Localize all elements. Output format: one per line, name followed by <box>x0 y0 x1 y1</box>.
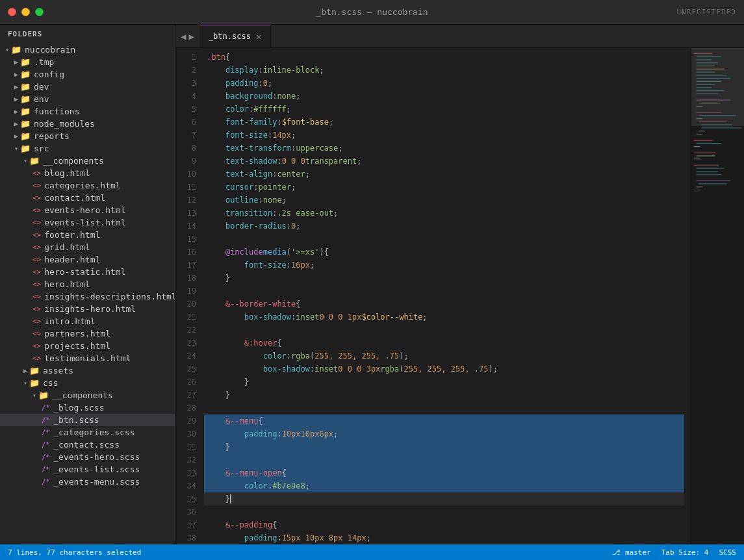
svg-rect-38 <box>694 190 700 190</box>
sidebar-item-hero-html[interactable]: <> hero.html <box>0 278 175 290</box>
sidebar-item-dev[interactable]: ▶ 📁 dev <box>0 81 175 93</box>
sidebar-item-events-list-scss[interactable]: /* _events-list.scss <box>0 463 175 476</box>
folder-icon: 📁 <box>20 94 31 104</box>
unregistered-label: UNREGISTERED <box>677 8 736 16</box>
folders-header: FOLDERS <box>0 25 175 44</box>
sidebar-item-node-modules[interactable]: ▶ 📁 node_modules <box>0 118 175 130</box>
sidebar-item-categories-html[interactable]: <> categories.html <box>0 179 175 192</box>
svg-rect-30 <box>694 159 700 159</box>
code-line: } <box>204 440 684 453</box>
svg-rect-26 <box>697 143 721 144</box>
svg-rect-21 <box>701 124 732 125</box>
maximize-button[interactable] <box>35 8 44 16</box>
sidebar-item-grid-html[interactable]: <> grid.html <box>0 241 175 253</box>
sidebar-item-btn-scss[interactable]: /* _btn.scss <box>0 414 175 426</box>
scss-file-icon: /* <box>42 477 50 486</box>
language-mode[interactable]: SCSS <box>719 548 737 557</box>
sidebar-item-events-hero-scss[interactable]: /* _events-hero.scss <box>0 451 175 463</box>
sidebar-item-events-list-html[interactable]: <> events-list.html <box>0 216 175 229</box>
sidebar-item-config[interactable]: ▶ 📁 config <box>0 68 175 81</box>
scss-file-icon: /* <box>42 416 50 424</box>
sidebar-label: reports <box>34 131 70 141</box>
code-line: } <box>204 492 684 505</box>
chevron-down-icon: ▾ <box>32 392 36 399</box>
folder-icon: 📁 <box>20 107 31 116</box>
chevron-down-icon: ▾ <box>5 46 9 53</box>
folder-open-icon: 📁 <box>29 156 40 166</box>
sidebar-item-footer-html[interactable]: <> footer.html <box>0 229 175 241</box>
svg-rect-35 <box>697 180 731 181</box>
svg-rect-29 <box>697 155 715 156</box>
sidebar-item-components[interactable]: ▾ 📁 __components <box>0 155 175 167</box>
sidebar-item-header-html[interactable]: <> header.html <box>0 253 175 266</box>
git-branch[interactable]: ⎇ master <box>612 548 650 557</box>
sidebar-item-css-components[interactable]: ▾ 📁 __components <box>0 389 175 401</box>
sidebar-label: projects.html <box>44 341 110 351</box>
sidebar-item-contact-scss[interactable]: /* _contact.scss <box>0 439 175 451</box>
svg-rect-3 <box>697 62 718 63</box>
tab-close-button[interactable]: ✕ <box>256 31 261 42</box>
sidebar-item-partners-html[interactable]: <> partners.html <box>0 327 175 340</box>
sidebar-item-insights-hero-html[interactable]: <> insights-hero.html <box>0 303 175 315</box>
html-file-icon: <> <box>32 342 41 350</box>
sidebar-item-blog-scss[interactable]: /* _blog.scss <box>0 401 175 414</box>
sidebar-label: testimonials.html <box>44 353 131 363</box>
folder-open-icon: 📁 <box>20 144 31 153</box>
tab-label: _btn.scss <box>209 32 251 41</box>
tab-btn-scss[interactable]: _btn.scss ✕ <box>199 25 271 47</box>
sidebar-item-reports[interactable]: ▶ 📁 reports <box>0 130 175 142</box>
code-line: &--menu { <box>204 414 684 427</box>
chevron-down-icon[interactable]: ▾ <box>680 7 686 18</box>
sidebar-item-blog-html[interactable]: <> blog.html <box>0 167 175 179</box>
chevron-right-icon: ▶ <box>14 133 18 140</box>
sidebar-item-env[interactable]: ▶ 📁 env <box>0 93 175 105</box>
sidebar-item-nuccobrain[interactable]: ▾ 📁 nuccobrain <box>0 44 175 56</box>
close-button[interactable] <box>8 8 16 16</box>
folder-icon: 📁 <box>20 131 31 141</box>
minimap <box>691 48 744 544</box>
code-line <box>204 505 684 518</box>
scss-file-icon: /* <box>42 403 50 412</box>
tab-size[interactable]: Tab Size: 4 <box>661 548 709 557</box>
sidebar-item-contact-html[interactable]: <> contact.html <box>0 192 175 204</box>
code-line: font-size: 16px; <box>204 259 684 272</box>
sidebar-item-insights-descriptions-html[interactable]: <> insights-descriptions.html <box>0 290 175 303</box>
html-file-icon: <> <box>32 292 41 301</box>
nav-back-icon[interactable]: ◀ <box>181 31 186 42</box>
svg-rect-32 <box>697 168 725 168</box>
sidebar-item-hero-static-html[interactable]: <> hero-static.html <box>0 266 175 278</box>
sidebar-item-css[interactable]: ▾ 📁 css <box>0 377 175 389</box>
chevron-down-icon: ▾ <box>23 157 27 164</box>
nav-forward-icon[interactable]: ▶ <box>188 31 194 42</box>
sidebar-label: footer.html <box>44 230 100 240</box>
sidebar-label: css <box>43 378 58 388</box>
sidebar-item-events-menu-scss[interactable]: /* _events-menu.scss <box>0 476 175 488</box>
chevron-right-icon: ▶ <box>14 83 18 90</box>
sidebar-label: node_modules <box>34 119 95 129</box>
sidebar-item-functions[interactable]: ▶ 📁 functions <box>0 105 175 118</box>
sidebar-item-events-hero-html[interactable]: <> events-hero.html <box>0 204 175 216</box>
svg-rect-36 <box>699 183 726 184</box>
sidebar-label: _contact.scss <box>53 440 120 450</box>
code-line <box>204 401 684 414</box>
sidebar-item-testimonials-html[interactable]: <> testimonials.html <box>0 352 175 364</box>
code-line: transition: .2s ease-out; <box>204 207 684 220</box>
sidebar-item-intro-html[interactable]: <> intro.html <box>0 315 175 327</box>
sidebar-label: categories.html <box>44 181 120 190</box>
code-line: font-family: $font-base; <box>204 116 684 129</box>
minimize-button[interactable] <box>21 8 30 16</box>
html-file-icon: <> <box>32 354 41 363</box>
code-line: &--menu-open { <box>204 466 684 479</box>
sidebar-item-tmp[interactable]: ▶ 📁 .tmp <box>0 56 175 68</box>
sidebar-item-categories-scss[interactable]: /* _categories.scss <box>0 426 175 439</box>
svg-rect-20 <box>699 121 726 122</box>
svg-rect-1 <box>697 56 721 57</box>
code-line: font-size: 14px; <box>204 129 684 142</box>
chevron-right-icon: ▶ <box>14 71 18 78</box>
code-line: text-align: center; <box>204 168 684 181</box>
code-line: .btn { <box>204 51 684 64</box>
code-editor[interactable]: 12345 678910 1112131415 1617181920 21222… <box>175 48 691 544</box>
sidebar-item-assets[interactable]: ▶ 📁 assets <box>0 364 175 377</box>
sidebar-item-projects-html[interactable]: <> projects.html <box>0 340 175 352</box>
sidebar-item-src[interactable]: ▾ 📁 src <box>0 142 175 155</box>
